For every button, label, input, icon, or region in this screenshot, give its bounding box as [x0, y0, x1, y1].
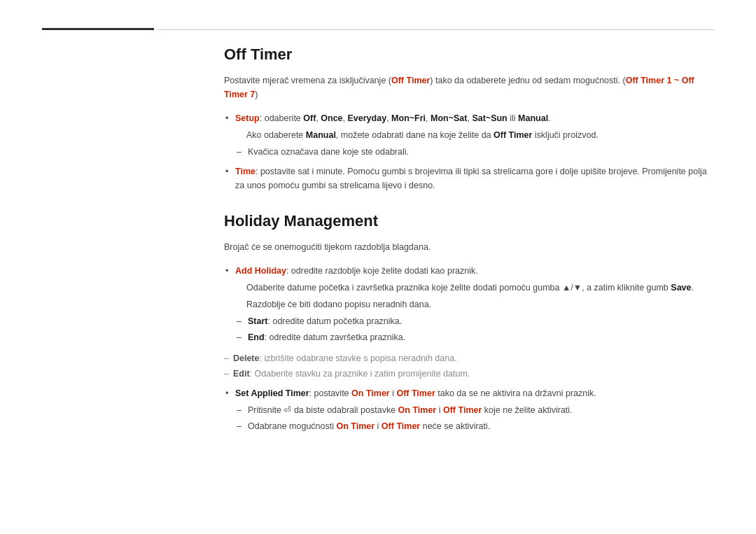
- setup-once: Once: [321, 113, 342, 123]
- set-applied-bullets: Set Applied Timer: postavite On Timer i …: [224, 386, 714, 433]
- setup-manual2: Manual: [306, 130, 336, 140]
- delete-dash: –: [224, 351, 229, 365]
- dash1-on-timer: On Timer: [398, 405, 437, 415]
- edit-label: Edit: [233, 369, 250, 379]
- holiday-bullets: Add Holiday: odredite razdoblje koje žel…: [224, 264, 714, 344]
- setup-off: Off: [303, 113, 316, 123]
- set-applied-label: Set Applied Timer: [235, 388, 309, 398]
- set-applied-dash2: Odabrane mogućnosti On Timer i Off Timer…: [235, 419, 714, 433]
- set-off-timer: Off Timer: [396, 388, 435, 398]
- holiday-section: Holiday Management Brojač će se onemoguć…: [224, 212, 714, 433]
- bullet-set-applied: Set Applied Timer: postavite On Timer i …: [224, 386, 714, 433]
- delete-line: – Delete: izbrišite odabrane stavke s po…: [224, 351, 714, 365]
- set-applied-dashes: Pritisnite ⏎ da biste odabrali postavke …: [235, 403, 714, 433]
- holiday-dash-end: End: odredite datum završetka praznika.: [235, 330, 714, 344]
- edit-text: Edit: Odaberite stavku za praznike i zat…: [233, 367, 470, 381]
- delete-label: Delete: [233, 353, 260, 363]
- edit-line: – Edit: Odaberite stavku za praznike i z…: [224, 367, 714, 381]
- dash1-off-timer: Off Timer: [443, 405, 482, 415]
- off-timer-highlight1: Off Timer: [391, 76, 430, 85]
- top-border-left: [42, 28, 154, 30]
- setup-offtimer: Off Timer: [493, 130, 532, 140]
- setup-everyday: Everyday: [348, 113, 387, 123]
- off-timer-section: Off Timer Postavite mjerač vremena za is…: [224, 45, 714, 192]
- off-timer-title: Off Timer: [224, 45, 714, 64]
- bullet-setup: Setup: odaberite Off, Once, Everyday, Mo…: [224, 111, 714, 159]
- off-timer-highlight2: Off Timer 1 ~ Off Timer 7: [224, 76, 694, 99]
- setup-label: Setup: [235, 113, 260, 123]
- holiday-intro: Brojač će se onemogućiti tijekom razdobl…: [224, 240, 714, 254]
- start-label: Start: [248, 316, 267, 326]
- bullet-time: Time: postavite sat i minute. Pomoću gum…: [224, 164, 714, 192]
- setup-monsat: Mon~Sat: [430, 113, 467, 123]
- setup-dashes: Kvačica označava dane koje ste odabrali.: [235, 145, 714, 159]
- add-holiday-sub2: Razdoblje će biti dodano popisu neradnih…: [235, 297, 714, 311]
- holiday-dash-start: Start: odredite datum početka praznika.: [235, 314, 714, 328]
- time-label: Time: [235, 167, 255, 176]
- setup-sub: Ako odaberete Manual, možete odabrati da…: [235, 128, 714, 142]
- setup-satsun: Sat~Sun: [472, 113, 507, 123]
- setup-monfri: Mon~Fri: [391, 113, 426, 123]
- add-holiday-sub1: Odaberite datume početka i završetka pra…: [235, 281, 714, 295]
- delete-text: Delete: izbrišite odabrane stavke s popi…: [233, 351, 457, 365]
- content-area: Off Timer Postavite mjerač vremena za is…: [224, 45, 714, 506]
- top-border-right: [158, 29, 714, 30]
- setup-manual: Manual: [518, 113, 548, 123]
- dash2-off-timer: Off Timer: [382, 421, 420, 431]
- save-label: Save: [671, 283, 691, 293]
- off-timer-bullets: Setup: odaberite Off, Once, Everyday, Mo…: [224, 111, 714, 192]
- holiday-title: Holiday Management: [224, 212, 714, 230]
- set-applied-dash1: Pritisnite ⏎ da biste odabrali postavke …: [235, 403, 714, 417]
- add-holiday-dashes: Start: odredite datum početka praznika. …: [235, 314, 714, 344]
- setup-dash1: Kvačica označava dane koje ste odabrali.: [235, 145, 714, 159]
- add-holiday-label: Add Holiday: [235, 266, 286, 276]
- edit-dash: –: [224, 367, 229, 381]
- end-label: End: [248, 332, 265, 342]
- bullet-add-holiday: Add Holiday: odredite razdoblje koje žel…: [224, 264, 714, 344]
- set-on-timer: On Timer: [351, 388, 390, 398]
- off-timer-intro: Postavite mjerač vremena za isključivanj…: [224, 73, 714, 101]
- page-container: Off Timer Postavite mjerač vremena za is…: [0, 0, 756, 534]
- dash2-on-timer: On Timer: [336, 421, 374, 431]
